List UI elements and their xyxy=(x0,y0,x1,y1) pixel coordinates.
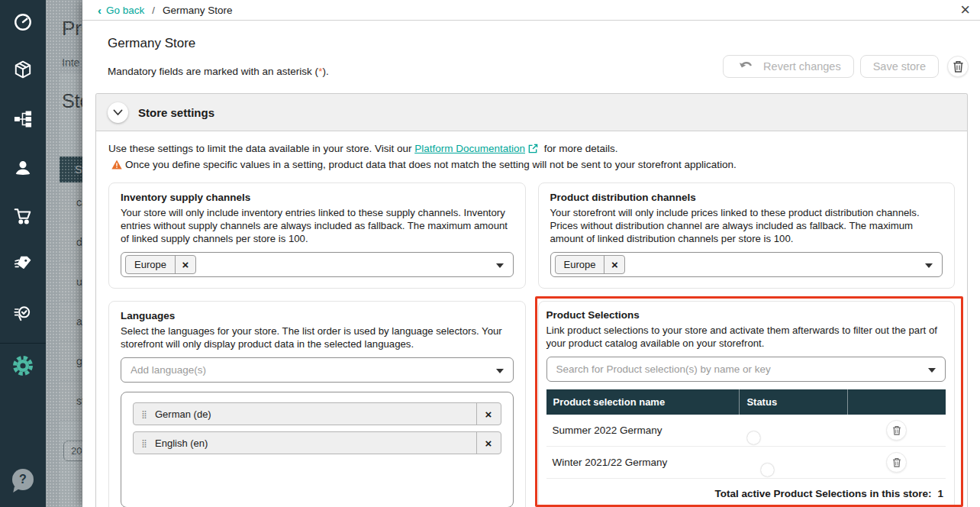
chevron-down-icon xyxy=(113,109,123,116)
supply-channels-select[interactable]: Europe × xyxy=(121,252,514,277)
discounts-tags-icon[interactable] xyxy=(0,253,46,273)
audit-search-icon[interactable] xyxy=(0,304,46,324)
card-title: Product Selections xyxy=(546,309,946,321)
product-selections-section: Product Selections Link product selectio… xyxy=(538,301,956,507)
table-header-row: Product selection name Status xyxy=(546,389,946,415)
list-item: ⣿ German (de) × xyxy=(133,402,501,425)
product-selection-search-select[interactable]: Search for Product selection(s) by name … xyxy=(546,357,946,382)
settings-grid: Inventory supply channels Your store wil… xyxy=(108,182,955,507)
undo-icon xyxy=(739,60,753,73)
remove-selection-button[interactable] xyxy=(886,452,907,473)
breadcrumb-separator: / xyxy=(152,5,155,16)
breadcrumb-current: Germany Store xyxy=(163,5,233,16)
help-icon[interactable]: ? xyxy=(12,469,34,490)
external-link-icon xyxy=(528,143,538,157)
chevron-down-icon xyxy=(928,368,936,373)
card-description: Your store will only include inventory e… xyxy=(121,206,514,245)
active-selections-total: Total active Product Selections in this … xyxy=(546,479,946,507)
channel-tag: Europe × xyxy=(125,255,196,274)
card-title: Inventory supply channels xyxy=(121,192,514,203)
sidebar-divider xyxy=(0,343,46,344)
breadcrumb: ‹ Go back / Germany Store × xyxy=(82,0,980,21)
collapse-chevron-button[interactable] xyxy=(108,102,128,123)
products-box-icon[interactable] xyxy=(0,60,46,79)
settings-gear-icon[interactable] xyxy=(0,354,46,377)
save-store-button[interactable]: Save store xyxy=(860,55,939,78)
panel-body: Use these settings to limit the data ava… xyxy=(96,131,967,507)
orders-cart-icon[interactable] xyxy=(0,206,46,226)
back-chevron-icon: ‹ xyxy=(98,5,102,16)
mandatory-note: Mandatory fields are marked with an aste… xyxy=(108,66,329,77)
settings-intro: Use these settings to limit the data ava… xyxy=(108,141,955,173)
trash-icon xyxy=(892,425,901,435)
remove-tag-icon[interactable]: × xyxy=(175,256,195,273)
header-actions: Revert changes Save store xyxy=(717,55,969,78)
drag-handle-icon[interactable]: ⣿ xyxy=(134,403,155,425)
go-back-link[interactable]: Go back xyxy=(106,5,144,16)
panel-header: Store settings xyxy=(96,94,967,131)
remove-language-icon[interactable]: × xyxy=(476,403,501,425)
close-icon[interactable]: × xyxy=(960,1,970,19)
column-header: Status xyxy=(740,389,847,415)
column-header: Product selection name xyxy=(546,389,740,415)
warning-icon xyxy=(111,159,122,173)
drag-handle-icon[interactable]: ⣿ xyxy=(134,432,155,454)
platform-documentation-link[interactable]: Platform Documentation xyxy=(414,143,525,154)
card-description: Link product selections to your store an… xyxy=(546,324,946,350)
page-title: Germany Store xyxy=(108,36,195,51)
card-description: Select the languages for your store. The… xyxy=(121,325,514,350)
column-header xyxy=(848,389,946,415)
app-root: Pro Inte Sto Sto ca- de us ac glo sto 20 xyxy=(0,0,980,507)
remove-tag-icon[interactable]: × xyxy=(604,256,624,273)
chevron-down-icon xyxy=(496,369,504,373)
card-title: Product distribution channels xyxy=(550,192,943,203)
panel-title: Store settings xyxy=(138,106,214,119)
list-item: ⣿ English (en) × xyxy=(133,431,501,454)
trash-icon xyxy=(953,60,964,73)
add-languages-select[interactable]: Add language(s) xyxy=(121,357,514,383)
dashboard-gauge-icon[interactable] xyxy=(0,12,46,32)
table-row: Winter 2021/22 Germany xyxy=(546,447,946,479)
distribution-channels-select[interactable]: Europe × xyxy=(550,252,943,277)
selected-languages-list: ⣿ German (de) × ⣿ English (en) × xyxy=(121,392,514,507)
chevron-down-icon xyxy=(496,263,504,268)
store-detail-modal: ‹ Go back / Germany Store × Germany Stor… xyxy=(82,0,980,507)
remove-selection-button[interactable] xyxy=(886,420,907,441)
channel-tag: Europe × xyxy=(555,255,626,274)
total-value: 1 xyxy=(937,488,943,499)
main-nav-sidebar: ? xyxy=(0,0,46,507)
categories-tree-icon[interactable] xyxy=(0,109,46,129)
store-settings-panel: Store settings Use these settings to lim… xyxy=(95,93,968,507)
chevron-down-icon xyxy=(925,263,933,268)
product-distribution-channels-card: Product distribution channels Your store… xyxy=(538,182,956,289)
customers-icon[interactable] xyxy=(0,158,46,178)
card-description: Your storefront will only include prices… xyxy=(550,206,943,245)
inventory-supply-channels-card: Inventory supply channels Your store wil… xyxy=(108,182,526,289)
delete-store-button[interactable] xyxy=(947,56,969,77)
product-selections-card: Product Selections Link product selectio… xyxy=(538,301,956,507)
product-selections-table: Product selection name Status Summer 202… xyxy=(546,389,946,507)
table-row: Summer 2022 Germany xyxy=(546,415,946,447)
revert-changes-button[interactable]: Revert changes xyxy=(723,55,854,78)
languages-card: Languages Select the languages for your … xyxy=(108,301,526,507)
card-title: Languages xyxy=(121,310,514,321)
remove-language-icon[interactable]: × xyxy=(476,432,501,454)
trash-icon xyxy=(892,457,901,467)
